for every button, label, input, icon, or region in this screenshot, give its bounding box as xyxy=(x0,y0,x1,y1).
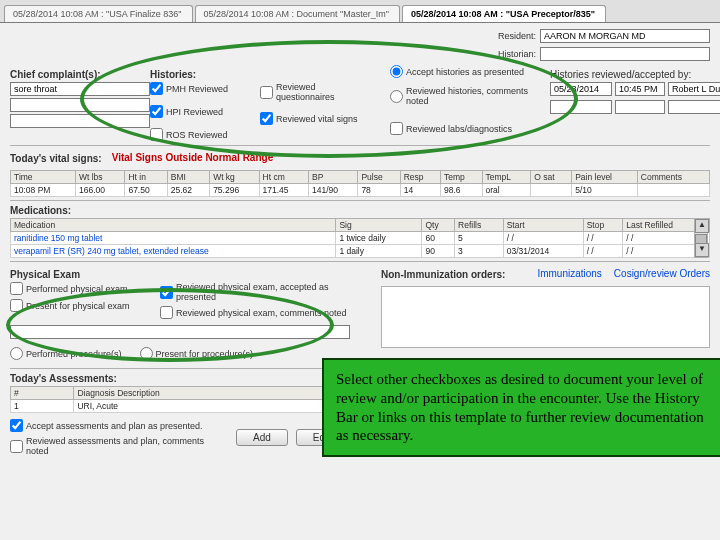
radio-present-proc[interactable]: Present for procedure(s) xyxy=(140,347,254,360)
cb-reviewed-questionnaires[interactable]: Reviewed questionnaires xyxy=(260,82,376,102)
resident-label: Resident: xyxy=(498,31,536,41)
histories-title: Histories: xyxy=(150,69,390,80)
chief-complaint-title: Chief complaint(s): xyxy=(10,69,150,80)
chief-complaint-field-2[interactable] xyxy=(10,98,150,112)
cb-reviewed-phys-accepted[interactable]: Reviewed physical exam, accepted as pres… xyxy=(160,282,356,302)
review-by-title: Histories reviewed/accepted by: xyxy=(550,69,720,80)
cb-ros-reviewed[interactable]: ROS Reviewed xyxy=(150,128,246,141)
orders-title: Non-Immunization orders: xyxy=(381,269,505,280)
chief-complaint-field[interactable] xyxy=(10,82,150,96)
link-cosign-review[interactable]: Cosign/review Orders xyxy=(614,268,710,279)
review-date-field-2[interactable] xyxy=(550,100,612,114)
review-name-field[interactable] xyxy=(668,82,720,96)
scroll-up-icon[interactable]: ▲ xyxy=(695,219,709,233)
review-name-field-2[interactable] xyxy=(668,100,720,114)
radio-accept-histories[interactable]: Accept histories as presented xyxy=(390,65,532,78)
vitals-grid: TimeWt lbsHt inBMIWt kgHt cmBPPulseRespT… xyxy=(10,170,710,197)
annotation-callout: Select other checkboxes as desired to do… xyxy=(322,358,720,457)
cb-hpi-reviewed[interactable]: HPI Reviewed xyxy=(150,105,246,118)
cb-reviewed-labs[interactable]: Reviewed labs/diagnostics xyxy=(390,122,536,135)
vitals-title: Today's vital signs: xyxy=(10,153,102,164)
cb-pmh-reviewed[interactable]: PMH Reviewed xyxy=(150,82,246,95)
radio-performed-proc[interactable]: Performed procedure(s) xyxy=(10,347,122,360)
resident-field[interactable] xyxy=(540,29,710,43)
phys-exam-title: Physical Exam xyxy=(10,269,370,280)
tab-finalize[interactable]: 05/28/2014 10:08 AM : "USA Finalize 836" xyxy=(4,5,193,22)
scroll-down-icon[interactable]: ▼ xyxy=(695,243,709,257)
add-button[interactable]: Add xyxy=(236,429,288,446)
link-immunizations[interactable]: Immunizations xyxy=(537,268,601,279)
radio-reviewed-histories-comments[interactable]: Reviewed histories, comments noted xyxy=(390,86,532,106)
review-date-field[interactable] xyxy=(550,82,612,96)
historian-field[interactable] xyxy=(540,47,710,61)
review-time-field-2[interactable] xyxy=(615,100,665,114)
cb-reviewed-assessments-comments[interactable]: Reviewed assessments and plan, comments … xyxy=(10,436,214,456)
cb-accept-assessments[interactable]: Accept assessments and plan as presented… xyxy=(10,419,214,432)
vitals-alert: Vital Signs Outside Normal Range xyxy=(112,152,274,163)
chief-complaint-field-3[interactable] xyxy=(10,114,150,128)
meds-grid: MedicationSigQtyRefillsStartStopLast Ref… xyxy=(10,218,710,258)
orders-panel xyxy=(381,286,710,348)
tab-preceptor[interactable]: 05/28/2014 10:08 AM : "USA Preceptor/835… xyxy=(402,5,606,22)
phys-notes-field[interactable] xyxy=(10,325,350,339)
scrollbar[interactable]: ▲ ▼ xyxy=(694,218,708,258)
historian-label: Historian: xyxy=(498,49,536,59)
cb-reviewed-phys-comments[interactable]: Reviewed physical exam, comments noted xyxy=(160,306,356,319)
cb-performed-phys[interactable]: Performed physical exam xyxy=(10,282,146,295)
cb-reviewed-vitals[interactable]: Reviewed vital signs xyxy=(260,112,376,125)
review-time-field[interactable] xyxy=(615,82,665,96)
document-tabs: 05/28/2014 10:08 AM : "USA Finalize 836"… xyxy=(0,0,720,23)
meds-title: Medications: xyxy=(10,205,710,216)
tab-masterim[interactable]: 05/28/2014 10:08 AM : Document "Master_I… xyxy=(195,5,401,22)
cb-present-phys[interactable]: Present for physical exam xyxy=(10,299,146,312)
